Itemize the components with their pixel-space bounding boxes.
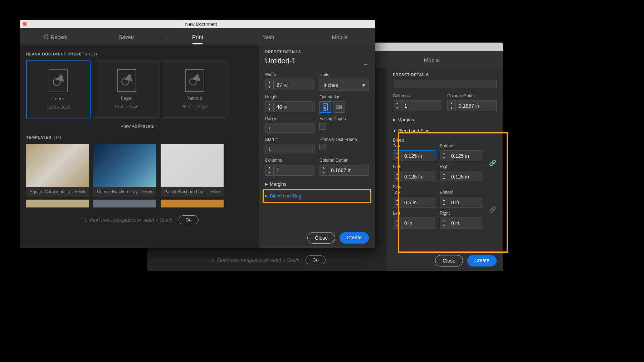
primary-text-frame-checkbox[interactable] (319, 144, 326, 150)
window-title: New Document (27, 21, 375, 27)
link-slug-icon[interactable]: 🔗 (487, 190, 497, 229)
height-label: Height (265, 94, 314, 99)
preset-details-header: PRESET DETAILS (265, 50, 369, 54)
orientation-label: Orientation (319, 94, 369, 99)
titlebar: New Document (20, 20, 375, 28)
columns-label: Columns (393, 93, 442, 98)
preset-details-header: PRESET DETAILS (393, 73, 497, 77)
highlight-bleed-slug-row: ▶Bleed and Slug (263, 189, 371, 203)
bleed-left-label: Left (393, 164, 436, 169)
svg-rect-7 (324, 107, 326, 109)
column-gutter-label: Column Gutter (319, 158, 369, 163)
svg-rect-10 (338, 106, 341, 108)
column-gutter-stepper[interactable]: ▲▼ (447, 100, 497, 111)
create-button[interactable]: Create (467, 255, 497, 266)
bleed-left-stepper[interactable]: ▲▼ (393, 171, 436, 182)
clock-icon (43, 34, 49, 40)
chevron-down-icon: ▾ (362, 82, 365, 88)
new-document-window: New Document Recent Saved Print Web Mobi… (20, 20, 375, 248)
tab-mobile[interactable]: Mobile (361, 57, 503, 63)
document-name-input[interactable]: Untitled-1 (265, 57, 296, 65)
margins-disclosure[interactable]: ▶Margins (265, 179, 369, 189)
svg-point-0 (209, 258, 212, 261)
start-number-input[interactable] (265, 144, 314, 154)
slug-top-label: Top (393, 190, 436, 195)
slug-left-label: Left (393, 211, 436, 216)
tab-saved[interactable]: Saved (91, 34, 162, 40)
link-bleed-icon[interactable]: 🔗 (487, 143, 497, 182)
close-window-icon[interactable] (23, 22, 27, 26)
bleed-right-label: Right (440, 164, 483, 169)
close-button[interactable]: Close (435, 255, 463, 266)
bleed-right-stepper[interactable]: ▲▼ (440, 171, 483, 182)
facing-pages-label: Facing Pages (319, 116, 369, 121)
start-number-label: Start # (265, 137, 314, 142)
column-gutter-stepper[interactable]: ▲▼ (319, 165, 369, 176)
bleed-label: Bleed (393, 138, 497, 143)
facing-pages-checkbox[interactable] (319, 123, 326, 129)
bleed-slug-disclosure[interactable]: ▶Bleed and Slug (265, 191, 369, 201)
primary-text-frame-label: Primary Text Frame (319, 137, 369, 142)
columns-stepper[interactable]: ▲▼ (265, 165, 314, 176)
svg-line-1 (212, 261, 213, 262)
slug-label: Slug (393, 184, 497, 189)
bleed-slug-disclosure-expanded[interactable]: ▼Bleed and Slug (393, 126, 497, 136)
slug-top-stepper[interactable]: ▲▼ (393, 197, 436, 208)
create-button[interactable]: Create (340, 232, 369, 244)
tab-recent[interactable]: Recent (20, 34, 91, 40)
search-templates-text: Find more templates on Adobe Stock (208, 257, 299, 263)
svg-point-9 (337, 106, 338, 107)
svg-point-6 (325, 105, 326, 106)
pages-stepper[interactable] (265, 123, 314, 133)
bleed-bottom-stepper[interactable]: ▲▼ (440, 150, 483, 161)
tab-web[interactable]: Web (233, 34, 304, 40)
units-dropdown[interactable]: Inches▾ (319, 79, 369, 91)
orientation-landscape[interactable] (333, 101, 345, 113)
slug-left-stepper[interactable]: ▲▼ (393, 217, 436, 229)
save-preset-icon[interactable] (362, 60, 369, 65)
slug-bottom-stepper[interactable]: ▲▼ (440, 197, 483, 208)
tab-mobile[interactable]: Mobile (304, 34, 375, 40)
height-stepper[interactable]: ▲▼ (265, 101, 314, 112)
slug-bottom-label: Bottom (440, 190, 483, 195)
tab-print[interactable]: Print (162, 34, 233, 40)
units-label: Units (319, 72, 369, 77)
bleed-bottom-label: Bottom (440, 143, 483, 148)
width-stepper[interactable]: ▲▼ (265, 79, 314, 90)
pages-label: Pages (265, 116, 314, 121)
column-gutter-label: Column Gutter (447, 93, 497, 98)
search-go-button[interactable]: Go (306, 255, 325, 264)
close-button[interactable]: Close (307, 232, 335, 244)
slug-right-label: Right (440, 211, 483, 216)
orientation-portrait[interactable] (319, 101, 331, 113)
columns-label: Columns (265, 158, 314, 163)
margins-disclosure[interactable]: ▶Margins (393, 115, 497, 124)
bleed-top-stepper[interactable]: ▲▼ (393, 150, 436, 161)
bleed-top-label: Top (393, 143, 436, 148)
slug-right-stepper[interactable]: ▲▼ (440, 217, 483, 229)
category-tabs: Recent Saved Print Web Mobile (20, 28, 375, 45)
columns-stepper[interactable]: ▲▼ (393, 100, 442, 111)
width-label: Width (265, 72, 314, 77)
doc-name-input[interactable] (393, 80, 497, 88)
